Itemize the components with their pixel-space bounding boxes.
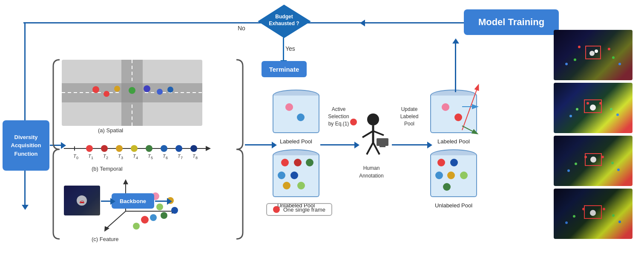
svg-point-90	[565, 63, 568, 65]
legend-dot	[273, 206, 280, 213]
svg-point-106	[567, 169, 570, 172]
backbone-box: Backbone	[112, 193, 154, 209]
annotation-dot	[350, 119, 357, 125]
svg-point-99	[616, 113, 619, 116]
no-label: No	[238, 25, 245, 32]
svg-rect-79	[380, 145, 385, 147]
svg-point-24	[86, 145, 93, 152]
feature-label: (c) Feature	[92, 236, 119, 242]
temporal-diagram: T 0 T 1 T 2 T 3 T 4 T 5	[62, 136, 211, 163]
svg-point-84	[589, 51, 595, 56]
spatial-image	[62, 60, 202, 126]
lidar2-svg	[554, 83, 632, 133]
svg-point-105	[611, 162, 614, 164]
svg-line-75	[373, 131, 384, 135]
temporal-svg: T 0 T 1 T 2 T 3 T 4 T 5	[62, 136, 211, 163]
arrow-mt-budget	[360, 22, 464, 23]
svg-line-80	[462, 85, 478, 130]
svg-line-74	[362, 131, 373, 137]
lidar-img-3	[554, 136, 632, 186]
human-annotation-label: HumanAnnotation	[355, 164, 388, 180]
road-intersection-svg	[62, 60, 202, 126]
svg-point-12	[104, 91, 109, 97]
human-figure	[356, 112, 390, 165]
svg-point-86	[578, 46, 581, 48]
svg-point-111	[603, 208, 605, 210]
lidar4-svg	[554, 189, 632, 239]
svg-point-72	[367, 113, 379, 125]
terminate-box: Terminate	[262, 61, 307, 77]
svg-text:3: 3	[121, 156, 123, 160]
svg-point-101	[590, 157, 596, 163]
svg-point-67	[171, 207, 178, 214]
active-selection-text: ActiveSelectionby Eq.(1)	[322, 106, 355, 127]
unlabeled-pool-left: Unlabeled Pool	[273, 149, 319, 209]
svg-point-114	[565, 221, 568, 224]
human-to-rightpool-arrow	[392, 144, 428, 145]
lidar-img-1	[554, 30, 632, 80]
update-text: UpdateLabeledPool	[392, 106, 427, 127]
svg-point-44	[161, 145, 167, 152]
svg-point-96	[576, 108, 578, 111]
svg-text:Exhausted ?: Exhausted ?	[269, 20, 299, 26]
svg-point-13	[114, 86, 120, 92]
svg-point-104	[575, 163, 577, 165]
yes-label: Yes	[285, 45, 295, 52]
right-brace-svg	[232, 55, 245, 243]
svg-text:6: 6	[166, 156, 168, 160]
lidar1-svg	[554, 30, 632, 80]
lidar3-svg	[554, 136, 632, 186]
annotation-arrows-svg	[428, 83, 479, 139]
lidar-mini-left: 🚗	[64, 186, 100, 215]
backbone-to-feature-arrow	[155, 201, 168, 202]
svg-point-52	[190, 145, 197, 152]
labeled-pool-left: Labeled Pool	[273, 90, 319, 145]
svg-point-32	[116, 145, 123, 152]
legend-box: One single frame	[266, 203, 332, 216]
svg-point-113	[612, 214, 615, 217]
svg-marker-58	[123, 179, 128, 184]
svg-point-93	[590, 105, 596, 111]
svg-point-87	[608, 48, 610, 50]
svg-point-94	[586, 102, 589, 105]
svg-point-36	[131, 145, 138, 152]
lidar-images-right	[554, 30, 641, 247]
svg-point-97	[610, 108, 612, 111]
lidar-mini-svg: 🚗	[64, 186, 100, 215]
svg-point-68	[133, 223, 140, 230]
lidar-img-2	[554, 83, 632, 133]
svg-point-115	[618, 221, 621, 223]
unlabeled-pool-right: Unlabeled Pool	[430, 149, 477, 209]
svg-line-76	[367, 142, 373, 154]
svg-text:5: 5	[151, 156, 153, 160]
svg-point-28	[101, 145, 108, 152]
svg-point-91	[618, 63, 621, 65]
svg-point-11	[92, 86, 99, 93]
svg-point-66	[161, 212, 167, 219]
svg-marker-19	[206, 146, 211, 151]
yes-arrow	[283, 38, 284, 61]
svg-line-82	[462, 126, 477, 134]
svg-point-112	[573, 215, 575, 218]
svg-text:8: 8	[196, 156, 198, 160]
diamond-shape: Budget Exhausted ?	[258, 4, 311, 38]
svg-point-85	[595, 49, 598, 53]
lidar-to-backbone-arrow	[101, 201, 111, 202]
diagram-container: Budget Exhausted ? No Yes Terminate Mode…	[0, 0, 644, 253]
human-svg	[356, 112, 390, 163]
svg-point-48	[175, 145, 182, 152]
left-vertical-arrow	[24, 22, 26, 206]
lidar-img-4	[554, 189, 632, 239]
svg-text:Budget: Budget	[275, 14, 293, 20]
diversity-box: Diversity Acquisition Function	[3, 120, 49, 171]
svg-text:2: 2	[106, 156, 108, 160]
svg-text:4: 4	[136, 156, 138, 160]
temporal-label: (b) Temporal	[92, 166, 123, 172]
svg-point-109	[590, 210, 596, 216]
svg-point-107	[617, 169, 620, 171]
budget-diamond: Budget Exhausted ?	[258, 4, 311, 38]
svg-rect-78	[377, 138, 388, 146]
svg-text:0: 0	[76, 156, 78, 160]
svg-point-16	[157, 89, 163, 95]
svg-point-15	[144, 85, 150, 92]
